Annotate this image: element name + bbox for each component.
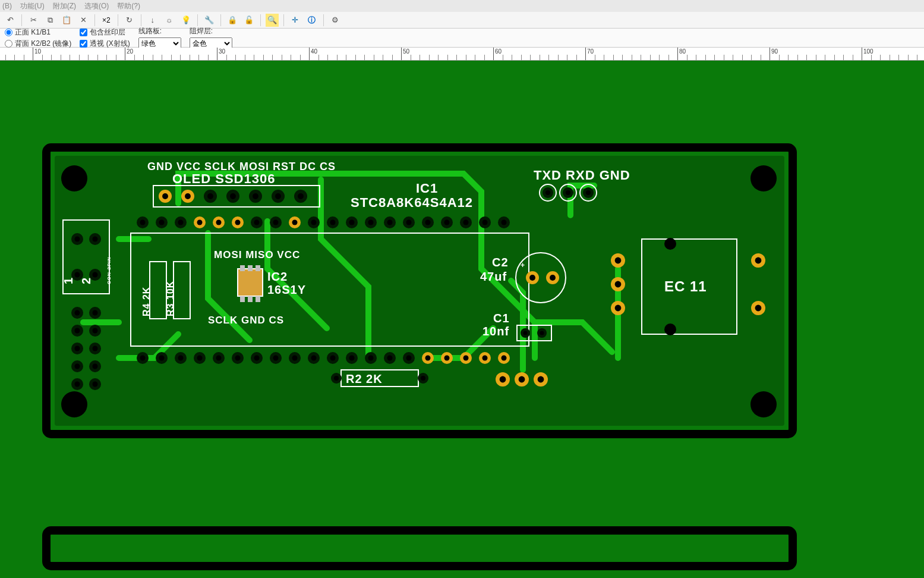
svg-point-82 — [502, 220, 507, 225]
svg-point-144 — [75, 364, 80, 369]
conn-side-label: CON-2PIN — [106, 257, 112, 284]
svg-rect-13 — [256, 296, 260, 302]
svg-point-52 — [216, 220, 222, 225]
svg-point-152 — [545, 190, 550, 195]
svg-point-108 — [368, 356, 374, 361]
svg-point-70 — [387, 220, 393, 225]
svg-point-120 — [483, 356, 488, 361]
menu-item-help[interactable]: 帮助(?) — [117, 1, 140, 11]
svg-rect-185 — [46, 530, 793, 566]
svg-point-25 — [664, 323, 676, 335]
oled-pins-label: GND VCC SCLK MOSI RST DC CS — [147, 161, 336, 172]
info-icon[interactable]: ⓘ — [305, 14, 318, 27]
crosshair-icon[interactable]: ✛ — [289, 14, 302, 27]
silkscreen-checkbox[interactable]: 包含丝印层 — [80, 27, 130, 37]
svg-point-98 — [273, 356, 279, 361]
separator — [323, 14, 324, 26]
r3-label: R3 10K — [165, 281, 175, 316]
refresh-icon[interactable]: ↻ — [123, 14, 136, 27]
svg-point-62 — [311, 220, 317, 225]
copy-icon[interactable]: ⧉ — [43, 14, 56, 27]
brightness-icon[interactable]: ☼ — [163, 14, 176, 27]
side-back-radio[interactable]: 背面 K2/B2 (镜像) — [5, 39, 71, 49]
svg-point-32 — [185, 193, 191, 199]
xray-checkbox[interactable]: 透视 (X射线) — [80, 39, 130, 49]
svg-point-3 — [61, 165, 87, 191]
separator — [283, 14, 284, 26]
c1-val-label: 10nf — [483, 325, 509, 338]
svg-point-184 — [755, 305, 762, 312]
menu-item-opts[interactable]: 选项(O) — [84, 1, 109, 11]
svg-point-48 — [178, 220, 184, 225]
svg-point-64 — [330, 220, 336, 225]
svg-point-34 — [207, 193, 213, 199]
separator — [94, 14, 95, 26]
svg-point-118 — [463, 356, 469, 361]
horizontal-ruler: 102030405060708090100 — [0, 48, 924, 61]
svg-point-56 — [254, 220, 260, 225]
svg-point-46 — [159, 220, 165, 225]
pcb-svg: + GND VCC SCLK MOSI RST DC CS OLED SSD13… — [0, 61, 924, 578]
search-icon[interactable]: 🔍 — [266, 14, 279, 27]
ec11-label: EC 11 — [664, 278, 707, 294]
mask-color-label: 阻焊层: — [190, 26, 232, 36]
svg-point-170 — [500, 376, 506, 383]
svg-rect-12 — [248, 296, 253, 302]
ic1-part-label: STC8A8K64S4A12 — [351, 195, 473, 210]
paste-icon[interactable]: 📋 — [60, 14, 73, 27]
svg-point-38 — [253, 193, 258, 199]
lock-icon[interactable]: 🔒 — [226, 14, 239, 27]
svg-point-164 — [540, 331, 544, 335]
conn-pin2-label: 2 — [80, 277, 93, 284]
svg-point-140 — [75, 346, 80, 351]
menu-item-b[interactable]: (B) — [2, 2, 12, 10]
svg-point-104 — [330, 356, 336, 361]
unlock-icon[interactable]: 🔓 — [242, 14, 256, 27]
svg-point-128 — [75, 272, 80, 278]
svg-point-132 — [75, 310, 80, 316]
separator — [220, 14, 221, 26]
c1-name-label: C1 — [493, 312, 510, 325]
menu-item-add[interactable]: 附加(Z) — [53, 1, 76, 11]
svg-point-124 — [75, 237, 80, 242]
svg-point-136 — [75, 328, 80, 334]
zoom-level: ×2 — [100, 16, 113, 24]
svg-rect-15 — [248, 265, 253, 271]
svg-point-40 — [275, 193, 281, 199]
svg-point-44 — [140, 220, 146, 225]
c2-val-label: 47uf — [480, 270, 507, 283]
undo-icon[interactable]: ↶ — [4, 14, 17, 27]
svg-point-42 — [298, 193, 304, 199]
xray-label: 透视 (X射线) — [90, 39, 130, 49]
svg-point-24 — [664, 238, 676, 250]
uart-label: TXD RXD GND — [534, 168, 630, 183]
svg-point-58 — [273, 220, 279, 225]
svg-point-130 — [93, 272, 98, 278]
svg-point-66 — [349, 220, 355, 225]
wrench-icon[interactable]: 🔧 — [203, 14, 216, 27]
arrow-down-icon[interactable]: ↓ — [146, 14, 159, 27]
gear-icon[interactable]: ⚙ — [329, 14, 342, 27]
svg-text:+: + — [521, 261, 525, 269]
side-front-radio[interactable]: 正面 K1/B1 — [5, 27, 71, 37]
menu-item-func[interactable]: 功能(U) — [20, 1, 45, 11]
svg-point-74 — [425, 220, 431, 225]
svg-point-182 — [755, 257, 762, 264]
svg-point-36 — [230, 193, 236, 199]
ic1-name-label: IC1 — [416, 181, 438, 196]
svg-point-138 — [93, 328, 98, 334]
svg-point-176 — [615, 257, 622, 264]
bulb-icon[interactable]: 💡 — [179, 14, 193, 27]
separator — [141, 14, 141, 26]
svg-point-92 — [216, 356, 222, 361]
svg-point-6 — [750, 391, 777, 417]
delete-icon[interactable]: ✕ — [77, 14, 90, 27]
svg-point-148 — [75, 382, 80, 387]
svg-point-80 — [483, 220, 488, 225]
cut-icon[interactable]: ✂ — [27, 14, 40, 27]
svg-point-94 — [235, 356, 241, 361]
pcb-canvas[interactable]: + GND VCC SCLK MOSI RST DC CS OLED SSD13… — [0, 61, 924, 578]
svg-point-114 — [425, 356, 431, 361]
svg-point-5 — [61, 391, 87, 417]
svg-point-78 — [463, 220, 469, 225]
